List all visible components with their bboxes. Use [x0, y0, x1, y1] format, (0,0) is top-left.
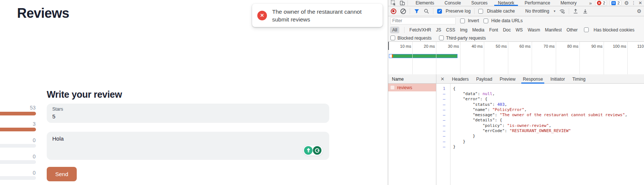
close-request-details-icon[interactable]: ✕: [440, 76, 445, 82]
filter-row: Invert Hide data URLs: [388, 16, 644, 25]
disable-cache-checkbox[interactable]: [478, 9, 483, 14]
throttling-dropdown-icon[interactable]: ▾: [554, 9, 555, 13]
review-textarea[interactable]: Hola: [47, 132, 329, 160]
rating-count: 3: [0, 121, 36, 127]
code-text: "status": 403,: [450, 102, 507, 107]
code-token: "errCode": [453, 128, 505, 133]
devtools-panel: ElementsConsoleSourcesNetworkPerformance…: [388, 0, 644, 185]
fold-marker[interactable]: –: [436, 112, 450, 117]
send-button[interactable]: Send: [47, 167, 77, 181]
rating-bar: [0, 112, 36, 115]
fold-marker[interactable]: –: [436, 123, 450, 128]
device-toolbar-icon[interactable]: [399, 0, 405, 6]
stars-field[interactable]: Stars 5: [47, 104, 329, 123]
devtools-main-tabs: ElementsConsoleSourcesNetworkPerformance…: [410, 0, 582, 6]
type-filter-fetchxhr[interactable]: Fetch/XHR: [409, 27, 431, 33]
has-blocked-cookies-checkbox[interactable]: [584, 27, 589, 32]
settings-gear-icon[interactable]: ⚙: [624, 0, 629, 6]
code-line: – }: [436, 139, 644, 144]
response-tab-preview[interactable]: Preview: [500, 74, 516, 84]
code-token: :: [502, 123, 507, 128]
blocked-requests-checkbox[interactable]: [390, 36, 395, 40]
more-tabs-icon[interactable]: »: [589, 0, 591, 6]
fold-marker[interactable]: –: [436, 118, 450, 122]
code-text: "policy": "is-owner-review",: [450, 123, 551, 128]
search-icon[interactable]: [423, 8, 429, 14]
has-blocked-cookies-label: Has blocked cookies: [594, 27, 634, 33]
type-filter-media[interactable]: Media: [472, 27, 485, 33]
type-filter-other[interactable]: Other: [567, 27, 578, 33]
filter-funnel-icon[interactable]: [414, 8, 420, 14]
clear-network-log-icon[interactable]: [400, 8, 406, 14]
page-title: Reviews: [17, 6, 69, 20]
type-filter-font[interactable]: Font: [489, 27, 498, 33]
tab-memory[interactable]: Memory: [555, 0, 582, 6]
fold-marker[interactable]: –: [436, 107, 450, 112]
tab-sources[interactable]: Sources: [466, 0, 493, 6]
fold-marker[interactable]: –: [436, 91, 450, 96]
tab-performance[interactable]: Performance: [519, 0, 555, 6]
timeline-tick-label: 90 ms: [580, 44, 602, 48]
code-text: }: [450, 144, 456, 149]
type-filter-manifest[interactable]: Manifest: [545, 27, 562, 33]
hide-data-urls-checkbox[interactable]: [483, 18, 488, 23]
type-filter-doc[interactable]: Doc: [503, 27, 511, 33]
type-filter-img[interactable]: Img: [460, 27, 468, 33]
type-filter-all[interactable]: All: [390, 27, 399, 33]
suggestion-bulb-icon[interactable]: [304, 146, 313, 155]
rating-count: 53: [0, 105, 36, 111]
response-tab-payload[interactable]: Payload: [476, 74, 492, 84]
more-filters-row: Blocked requests Third-party requests: [388, 34, 644, 42]
record-network-log-icon[interactable]: [390, 8, 396, 14]
tab-console[interactable]: Console: [439, 0, 466, 6]
code-token: :: [492, 102, 497, 107]
network-settings-gear-icon[interactable]: ⚙: [637, 9, 641, 14]
network-overview-timeline[interactable]: 10 ms20 ms30 ms40 ms50 ms60 ms70 ms80 ms…: [388, 42, 644, 75]
timeline-tick-label: 10 ms: [389, 44, 411, 48]
response-tab-headers[interactable]: Headers: [452, 74, 469, 84]
type-filter-css[interactable]: CSS: [446, 27, 455, 33]
type-filter-wasm[interactable]: Wasm: [528, 27, 540, 33]
network-conditions-icon[interactable]: [559, 8, 565, 14]
type-filter-ws[interactable]: WS: [516, 27, 523, 33]
console-message-badge[interactable]: 2: [610, 0, 621, 6]
response-tabbar: ✕ HeadersPayloadPreviewResponseInitiator…: [436, 74, 644, 84]
import-har-icon[interactable]: [573, 8, 579, 14]
code-line: – }: [436, 134, 644, 139]
code-token: }: [453, 134, 475, 138]
tab-network[interactable]: Network: [493, 0, 519, 6]
filter-input[interactable]: [390, 17, 456, 24]
fold-marker[interactable]: –: [436, 134, 450, 138]
tab-elements[interactable]: Elements: [410, 0, 439, 6]
fold-marker[interactable]: –: [436, 139, 450, 144]
name-column-header[interactable]: Name: [388, 74, 436, 84]
request-type-filters: AllFetch/XHRJSCSSImgMediaFontDocWSWasmMa…: [388, 25, 644, 34]
request-row-reviews[interactable]: reviews: [388, 84, 436, 91]
third-party-checkbox[interactable]: [439, 36, 444, 40]
error-badge-icon: ✕: [597, 1, 601, 5]
response-tab-initiator[interactable]: Initiator: [550, 74, 565, 84]
review-text: Hola: [52, 135, 64, 142]
close-devtools-icon[interactable]: ✕: [638, 0, 642, 6]
response-tab-response[interactable]: Response: [523, 74, 543, 84]
response-tab-timing[interactable]: Timing: [572, 74, 586, 84]
preserve-log-checkbox[interactable]: [437, 9, 442, 14]
fold-marker[interactable]: –: [436, 102, 450, 107]
devtools-tabbar-right: » ✕ 2 2 ⚙ ⋮ ✕: [589, 0, 642, 6]
invert-checkbox[interactable]: [460, 18, 465, 23]
export-har-icon[interactable]: [582, 8, 588, 14]
error-count-badge[interactable]: ✕ 2: [595, 0, 607, 6]
blocked-requests-label: Blocked requests: [397, 36, 432, 41]
fold-marker[interactable]: –: [436, 144, 450, 149]
type-filter-js[interactable]: JS: [436, 27, 441, 33]
fold-marker[interactable]: –: [436, 128, 450, 133]
kebab-menu-icon[interactable]: ⋮: [631, 0, 636, 6]
request-waterfall-bar[interactable]: [389, 54, 458, 58]
grammarly-icon[interactable]: [313, 146, 321, 155]
type-filter-separator: [404, 27, 404, 33]
inspect-element-icon[interactable]: [390, 0, 396, 6]
fold-marker[interactable]: –: [436, 97, 450, 101]
throttling-select[interactable]: No throttling: [525, 9, 549, 14]
code-token: :: [488, 107, 492, 112]
timeline-tick-label: 30 ms: [437, 44, 459, 48]
